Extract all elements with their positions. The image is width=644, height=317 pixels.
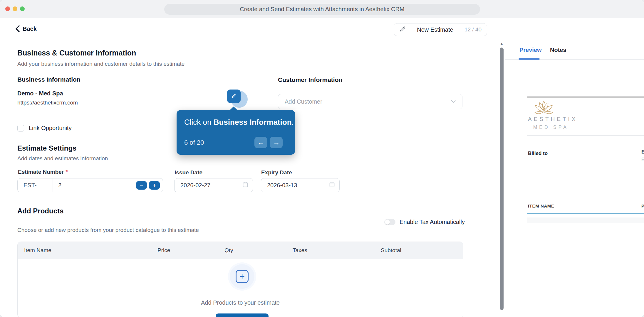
column-qty: Qty	[224, 247, 233, 254]
business-name: Demo - Med Spa	[17, 90, 63, 97]
plus-square-icon: +	[239, 272, 245, 281]
close-window-button[interactable]	[5, 6, 10, 11]
minimize-window-button[interactable]	[13, 6, 17, 11]
back-button[interactable]: Back	[15, 23, 37, 34]
link-opportunity-row: Link Opportunity	[17, 125, 72, 131]
enable-tax-label: Enable Tax Automatically	[400, 219, 465, 225]
products-empty-state: + Add Products to your estimate	[18, 259, 463, 317]
app-window: Create and Send Estimates with Attachmen…	[0, 0, 644, 317]
chevron-left-icon	[15, 25, 20, 32]
estimate-settings-subtitle: Add dates and estimates information	[17, 155, 108, 162]
estimate-name-button[interactable]: New Estimate 12 / 40	[394, 23, 487, 36]
billed-to-label: Billed to	[528, 151, 548, 156]
tooltip-arrow	[229, 107, 238, 110]
estimate-name-label: New Estimate	[406, 26, 464, 33]
add-customer-select[interactable]: Add Customer	[278, 94, 462, 109]
column-price: Price	[157, 247, 170, 254]
increment-button[interactable]: +	[149, 181, 160, 190]
issue-date-label: Issue Date	[175, 169, 202, 176]
estimate-meta-cut-text-2: E	[641, 157, 644, 162]
estimate-number-prefix: EST-	[18, 178, 53, 192]
business-information-heading: Business Information	[17, 76, 80, 83]
required-asterisk: *	[66, 169, 68, 175]
add-products-button[interactable]	[216, 313, 269, 317]
active-tab-underline	[519, 58, 540, 60]
products-table-header: Item Name Price Qty Taxes Subtotal	[18, 242, 463, 259]
zoom-window-button[interactable]	[20, 6, 25, 11]
business-website: https://aesthetixcrm.com	[17, 100, 78, 106]
chevron-down-icon	[451, 99, 456, 104]
tooltip-text: Click on Business Information.	[184, 118, 294, 127]
vertical-scrollbar-thumb[interactable]	[500, 48, 504, 310]
add-customer-placeholder: Add Customer	[285, 98, 451, 105]
window-title: Create and Send Estimates with Attachmen…	[164, 4, 480, 15]
empty-state-text: Add Products to your estimate	[18, 299, 463, 306]
preview-tabs: Preview Notes	[505, 39, 644, 60]
edit-business-information-button[interactable]	[227, 90, 241, 103]
add-products-subtitle: Choose or add new products from your pro…	[17, 227, 199, 233]
calendar-icon[interactable]	[243, 182, 248, 188]
back-label: Back	[23, 26, 37, 32]
arrow-right-icon: →	[273, 139, 280, 146]
column-taxes: Taxes	[293, 247, 307, 254]
tooltip-step-counter: 6 of 20	[184, 139, 204, 146]
section-subtitle-business-customer: Add your business information and custom…	[17, 61, 185, 67]
customer-information-heading: Customer Information	[278, 76, 342, 83]
estimate-meta-cut-text: E	[641, 149, 644, 155]
estimate-number-input[interactable]: 2	[53, 182, 136, 189]
link-opportunity-checkbox[interactable]	[17, 125, 24, 131]
link-opportunity-label: Link Opportunity	[29, 125, 72, 131]
arrow-left-icon: ←	[257, 139, 264, 146]
add-product-icon[interactable]: +	[236, 270, 249, 283]
estimate-number-input-group: EST- 2 − +	[17, 178, 163, 192]
tax-toggle-row: Enable Tax Automatically	[384, 219, 465, 225]
document-divider	[527, 135, 644, 136]
enable-tax-toggle[interactable]	[384, 219, 395, 225]
brand-name-line2: MED SPA	[533, 125, 568, 130]
estimate-number-stepper: − +	[136, 181, 163, 190]
preview-table-header-underline	[527, 213, 644, 214]
tour-previous-button[interactable]: ←	[254, 137, 267, 148]
expiry-date-input[interactable]: 2026-03-13	[261, 178, 340, 192]
preview-panel: Preview Notes AESTHETIX MED SPA Bille	[505, 39, 644, 317]
estimate-settings-heading: Estimate Settings	[17, 144, 76, 152]
tour-next-button[interactable]: →	[270, 137, 283, 148]
expiry-date-label: Expiry Date	[261, 169, 292, 176]
scroll-up-button[interactable]: ▲	[500, 42, 504, 45]
pencil-icon	[399, 26, 406, 33]
estimate-counter: 12 / 40	[464, 26, 482, 33]
preview-table-row-band	[527, 217, 644, 223]
app-header: Back New Estimate 12 / 40	[0, 18, 644, 39]
minus-icon: −	[140, 182, 143, 189]
column-item-name: Item Name	[24, 247, 51, 254]
estimate-form: Business & Customer Information Add your…	[0, 39, 499, 317]
titlebar: Create and Send Estimates with Attachmen…	[0, 0, 644, 18]
preview-price-header-cut: P	[641, 203, 644, 208]
brand-name-line1: AESTHETIX	[528, 116, 578, 122]
column-subtotal: Subtotal	[381, 247, 401, 254]
estimate-number-label: Estimate Number*	[18, 169, 68, 175]
tab-notes[interactable]: Notes	[550, 47, 566, 53]
pencil-icon	[231, 92, 237, 100]
calendar-icon[interactable]	[329, 182, 335, 188]
issue-date-input[interactable]: 2026-02-27	[174, 178, 253, 192]
preview-item-name-header: ITEM NAME	[528, 203, 554, 208]
tour-tooltip: Click on Business Information. 6 of 20 ←…	[177, 110, 295, 155]
plus-icon: +	[152, 182, 156, 189]
lotus-logo-icon	[530, 100, 557, 117]
tab-preview[interactable]: Preview	[519, 47, 542, 53]
section-title-business-customer: Business & Customer Information	[17, 49, 136, 57]
add-products-heading: Add Products	[17, 207, 63, 215]
products-table: Item Name Price Qty Taxes Subtotal + Add…	[17, 242, 463, 317]
decrement-button[interactable]: −	[136, 181, 147, 190]
toggle-knob	[385, 220, 390, 225]
estimate-document-top-border	[527, 97, 644, 97]
